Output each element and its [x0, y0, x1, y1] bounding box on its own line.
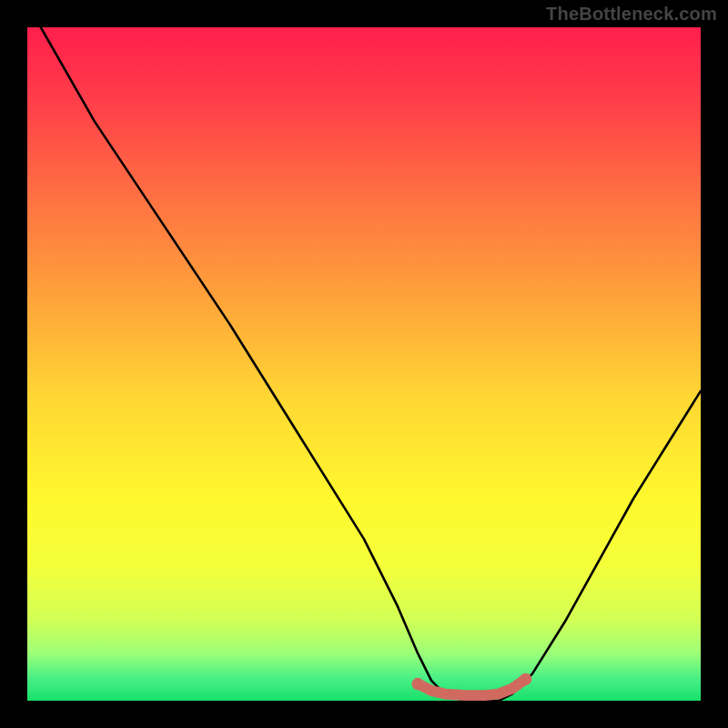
highlight-start-dot: [412, 678, 424, 690]
highlight-end-dot: [520, 673, 531, 685]
chart-frame: TheBottleneck.com: [0, 0, 728, 728]
main-curve-path: [41, 27, 701, 701]
watermark-text: TheBottleneck.com: [546, 4, 717, 25]
chart-curve: [27, 27, 701, 701]
plot-area: [27, 27, 701, 701]
